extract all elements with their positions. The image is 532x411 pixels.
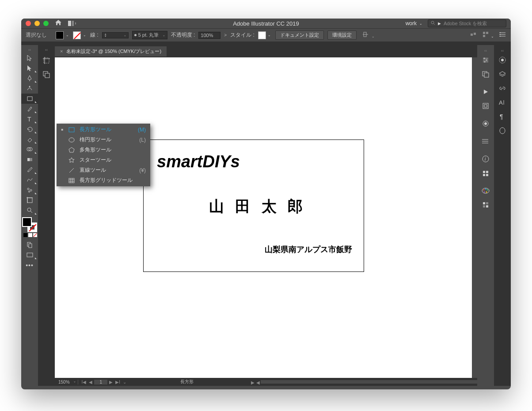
type-tool[interactable]: T xyxy=(21,114,38,124)
opacity-chevron[interactable]: > xyxy=(224,33,227,38)
artboard-number[interactable]: 1 xyxy=(94,380,107,385)
expand-panel-icon[interactable]: ‹‹ xyxy=(477,49,494,53)
swatches-icon[interactable] xyxy=(477,198,494,212)
eyedropper-tool[interactable] xyxy=(21,165,38,175)
flyout-item-ellipse[interactable]: 楕円形ツール (L) xyxy=(57,135,150,145)
expand-panel-icon[interactable]: ›› xyxy=(21,48,38,53)
align-panel-icon[interactable] xyxy=(477,134,494,148)
screen-mode-tool[interactable] xyxy=(21,250,38,260)
type-panel-icon[interactable]: A xyxy=(494,95,511,109)
star-icon xyxy=(68,157,75,163)
fill-swatch[interactable] xyxy=(56,31,64,39)
fill-proxy[interactable] xyxy=(22,217,32,227)
zoom-tool[interactable] xyxy=(21,205,38,215)
workspace-switcher[interactable]: work ⌄ xyxy=(406,20,422,26)
maximize-window-button[interactable] xyxy=(43,21,49,26)
draw-mode-tool[interactable] xyxy=(21,240,38,250)
search-input[interactable]: ► Adobe Stock を検索 xyxy=(428,19,506,27)
links-icon[interactable] xyxy=(494,81,511,95)
shape-tool-flyout: ■ 長方形ツール (M) 楕円形ツール (L) 多角形ツール スターツール 直線… xyxy=(57,124,150,186)
layers-panel-icon[interactable] xyxy=(40,69,53,80)
color-wheel-icon[interactable] xyxy=(494,53,511,67)
gradient-tool[interactable] xyxy=(21,155,38,165)
line-icon xyxy=(68,167,75,173)
transform-icon[interactable] xyxy=(470,31,477,39)
edit-toolbar-button[interactable]: ••• xyxy=(21,260,38,270)
svg-point-63 xyxy=(485,189,486,190)
minimize-window-button[interactable] xyxy=(34,21,40,26)
stroke-weight-input[interactable]: ▲▼ ⌄ xyxy=(102,32,129,38)
eraser-tool[interactable] xyxy=(21,134,38,144)
expand-panel-icon[interactable]: ‹‹ xyxy=(494,49,511,53)
artboard-tool[interactable] xyxy=(21,195,38,205)
brush-preset[interactable]: 5 pt. 丸筆 ⌄ xyxy=(132,31,167,39)
flyout-item-star[interactable]: スターツール xyxy=(57,155,150,165)
expand-panel-icon[interactable]: ‹‹ xyxy=(38,48,55,52)
chevron-down-icon[interactable]: ⌄ xyxy=(82,33,87,37)
arrange-documents-icon[interactable] xyxy=(68,20,76,26)
scroll-right-icon[interactable]: ▶ xyxy=(251,380,255,385)
vertical-scrollbar[interactable] xyxy=(472,57,477,370)
opentype-icon[interactable] xyxy=(494,124,511,138)
selection-tool[interactable] xyxy=(21,53,38,63)
last-artboard-button[interactable]: ▶I xyxy=(114,380,121,385)
shape-builder-tool[interactable] xyxy=(21,144,38,155)
flyout-item-polygon[interactable]: 多角形ツール xyxy=(57,145,150,155)
flyout-item-grid[interactable]: 長方形グリッドツール xyxy=(57,175,150,185)
paragraph-icon[interactable]: ¶ xyxy=(494,109,511,124)
chevron-down-icon[interactable]: ⌄ xyxy=(267,33,272,37)
paintbrush-tool[interactable] xyxy=(21,104,38,114)
menu-icon[interactable] xyxy=(499,32,506,38)
status-bar: 150% ⌄ I◀ ◀ 1 ▶ ▶I ⌄ 長方形 ▶ ◀ xyxy=(55,378,477,386)
artboard-dropdown-icon[interactable]: ⌄ xyxy=(122,380,127,385)
first-artboard-button[interactable]: I◀ xyxy=(81,380,87,385)
prev-artboard-button[interactable]: ◀ xyxy=(88,380,93,385)
transform-panel-icon[interactable] xyxy=(477,166,494,180)
svg-rect-0 xyxy=(68,21,71,26)
scroll-left-icon[interactable]: ◀ xyxy=(256,380,260,385)
curvature-tool[interactable] xyxy=(21,83,38,94)
style-swatch[interactable] xyxy=(258,31,266,39)
stroke-swatch[interactable] xyxy=(73,31,81,39)
color-mode-swatches[interactable] xyxy=(23,233,38,237)
flyout-item-rectangle[interactable]: ■ 長方形ツール (M) xyxy=(57,124,150,135)
svg-rect-10 xyxy=(486,32,488,34)
close-window-button[interactable] xyxy=(26,21,31,26)
svg-point-25 xyxy=(30,189,32,191)
flyout-item-line[interactable]: 直線ツール (¥) xyxy=(57,165,150,175)
info-icon[interactable]: i xyxy=(477,152,494,166)
isolate-icon[interactable]: ⌄ xyxy=(483,31,494,39)
home-icon[interactable] xyxy=(55,19,62,27)
svg-point-65 xyxy=(486,192,487,193)
close-tab-icon[interactable]: × xyxy=(60,49,63,54)
appearance-icon[interactable] xyxy=(477,117,494,131)
zoom-level[interactable]: 150% ⌄ xyxy=(55,380,78,385)
color-picker-icon[interactable] xyxy=(477,184,494,198)
direct-selection-tool[interactable] xyxy=(21,63,38,73)
properties-panel-icon[interactable] xyxy=(477,53,494,67)
svg-line-81 xyxy=(69,168,74,173)
align-icon[interactable]: ⌄ xyxy=(363,31,375,39)
libraries-icon[interactable] xyxy=(477,67,494,81)
layers-icon[interactable] xyxy=(494,67,511,81)
blend-tool[interactable] xyxy=(21,175,38,185)
chevron-down-icon[interactable]: ⌄ xyxy=(65,33,69,37)
svg-text:T: T xyxy=(27,116,31,123)
canvas[interactable]: smartDIYs 山 田 太 郎 山梨県南アルプス市飯野 xyxy=(55,57,472,378)
document-tab[interactable]: × 名称未設定-3* @ 150% (CMYK/プレビュー) xyxy=(55,46,167,57)
opacity-input[interactable]: 100% xyxy=(198,32,220,39)
horizontal-scrollbar[interactable]: ▶ ◀ xyxy=(261,380,477,384)
rotate-tool[interactable] xyxy=(21,124,38,134)
document-setup-button[interactable]: ドキュメント設定 xyxy=(275,30,324,40)
next-artboard-button[interactable]: ▶ xyxy=(108,380,114,385)
symbol-sprayer-tool[interactable] xyxy=(21,185,38,195)
pen-tool[interactable] xyxy=(21,73,38,83)
svg-point-66 xyxy=(484,192,485,193)
rectangle-tool[interactable] xyxy=(21,94,38,104)
fill-stroke-proxy[interactable] xyxy=(22,217,37,232)
preferences-button[interactable]: 環境設定 xyxy=(327,30,357,40)
actions-play-icon[interactable] xyxy=(477,85,494,99)
svg-point-44 xyxy=(486,60,487,61)
artboards-panel-icon[interactable] xyxy=(477,99,494,113)
artboard-crop-icon[interactable] xyxy=(40,55,53,66)
